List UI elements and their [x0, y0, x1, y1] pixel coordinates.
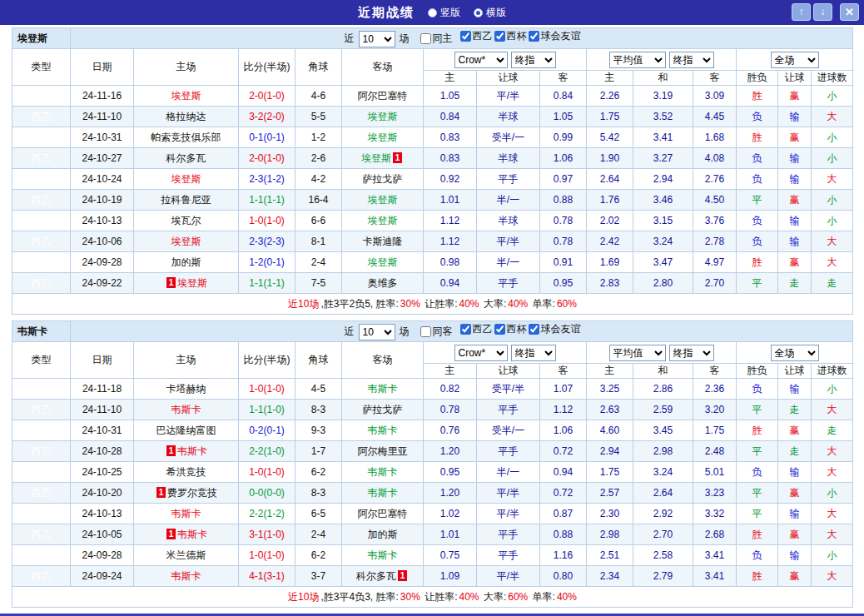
- team-link[interactable]: 韦斯卡: [171, 404, 201, 415]
- league-filter[interactable]: 球会友谊: [529, 322, 581, 336]
- home-team-cell: 韦斯卡: [134, 504, 239, 524]
- team-link[interactable]: 埃登斯: [368, 256, 398, 268]
- team-link[interactable]: 萨拉戈萨: [363, 173, 403, 185]
- col-header-score: 比分(半场): [239, 49, 295, 86]
- matches-label: 场: [400, 32, 410, 44]
- league-filter[interactable]: 西乙: [460, 29, 493, 43]
- team-link[interactable]: 韦斯卡: [368, 425, 398, 436]
- team-link[interactable]: 埃登斯: [171, 173, 201, 185]
- euro-average-select[interactable]: 平均值: [609, 345, 666, 361]
- team-link[interactable]: 韦斯卡: [171, 508, 201, 519]
- league-checkbox[interactable]: [529, 324, 539, 335]
- team-link[interactable]: 埃登斯: [368, 194, 398, 206]
- layout-option-vertical[interactable]: 竖版: [428, 6, 460, 20]
- league-filter[interactable]: 西杯: [494, 29, 527, 43]
- team-link[interactable]: 埃登斯: [171, 90, 201, 102]
- match-date: 24-10-28: [71, 441, 134, 462]
- league-checkbox[interactable]: [460, 31, 471, 42]
- asian-odds-stage-select[interactable]: 终指: [511, 52, 556, 68]
- recent-count-select[interactable]: 10: [359, 31, 395, 47]
- euro-average-select[interactable]: 平均值: [609, 52, 666, 68]
- layout-option-horizontal[interactable]: 横版: [474, 6, 506, 20]
- result-handicap: 赢: [778, 483, 812, 504]
- close-button[interactable]: ✕: [840, 3, 859, 21]
- team-link[interactable]: 卡斯迪隆: [363, 236, 403, 247]
- team-link[interactable]: 加的斯: [368, 529, 398, 540]
- team-link[interactable]: 加的斯: [171, 256, 201, 268]
- team-link[interactable]: 埃瓦尔: [171, 215, 201, 226]
- euro-odds-stage-select[interactable]: 终指: [669, 52, 714, 68]
- col-eu-draw: 和: [633, 364, 693, 379]
- team-link[interactable]: 埃登斯: [177, 277, 207, 289]
- team-link[interactable]: 韦斯卡: [368, 383, 398, 395]
- same-venue-checkbox[interactable]: [420, 326, 431, 337]
- team-link[interactable]: 帕索竞技俱乐部: [151, 132, 221, 143]
- team-link[interactable]: 埃登斯: [368, 215, 398, 226]
- ah-handicap: 平/半: [477, 504, 540, 524]
- team-link[interactable]: 拉科鲁尼亚: [161, 194, 211, 206]
- bookmaker-select[interactable]: Crow*: [454, 345, 508, 361]
- result-win-draw-loss: 胜: [737, 252, 778, 273]
- team-link[interactable]: 埃登斯: [361, 152, 391, 164]
- team-link[interactable]: 埃登斯: [171, 236, 201, 247]
- league-checkbox[interactable]: [460, 324, 471, 335]
- result-scope-group: 全场: [737, 49, 853, 71]
- team-link[interactable]: 阿尔巴塞特: [358, 508, 408, 519]
- team-link[interactable]: 奥维多: [368, 277, 398, 289]
- vertical-radio[interactable]: [428, 8, 437, 17]
- team-link[interactable]: 埃登斯: [368, 132, 398, 143]
- recent-count-select[interactable]: 10: [359, 324, 395, 340]
- eu-away-odds: 2.36: [693, 379, 737, 400]
- result-goals: 大: [812, 441, 853, 462]
- move-down-button[interactable]: ↓: [813, 3, 832, 21]
- ah-home-odds: 1.12: [424, 231, 477, 252]
- team-link[interactable]: 阿尔梅里亚: [358, 445, 408, 457]
- league-filter[interactable]: 西杯: [494, 322, 527, 336]
- corner-score: 4-5: [295, 379, 342, 400]
- team-link[interactable]: 埃登斯: [368, 111, 398, 122]
- same-venue-checkbox[interactable]: [420, 33, 431, 44]
- team-link[interactable]: 韦斯卡: [171, 570, 201, 582]
- ah-handicap: 平手: [477, 400, 540, 420]
- team-link[interactable]: 米兰德斯: [166, 549, 206, 561]
- team-link[interactable]: 科尔多瓦: [356, 570, 396, 582]
- team-link[interactable]: 韦斯卡: [177, 445, 207, 457]
- bookmaker-select[interactable]: Crow*: [454, 52, 508, 68]
- ah-away-odds: 0.88: [540, 524, 587, 545]
- league-filter[interactable]: 球会友谊: [529, 29, 581, 43]
- eu-home-odds: 1.75: [587, 107, 633, 127]
- asian-odds-stage-select[interactable]: 终指: [511, 345, 556, 361]
- team-link[interactable]: 科尔多瓦: [166, 152, 206, 164]
- ah-handicap: 平手: [477, 273, 540, 294]
- match-score: 2-2(1-0): [239, 441, 295, 462]
- eu-draw-odds: 3.19: [633, 86, 693, 107]
- eu-draw-odds: 2.70: [633, 524, 693, 545]
- away-team-cell: 卡斯迪隆: [342, 231, 424, 252]
- team-link[interactable]: 费罗尔竞技: [167, 487, 217, 499]
- same-venue-filter[interactable]: 同主: [420, 32, 453, 46]
- euro-odds-group: 平均值终指: [587, 342, 737, 364]
- league-checkbox[interactable]: [494, 324, 505, 335]
- team-link[interactable]: 萨拉戈萨: [363, 404, 403, 415]
- eu-away-odds: 4.45: [693, 107, 737, 127]
- league-filter[interactable]: 西乙: [460, 322, 493, 336]
- league-checkbox[interactable]: [494, 31, 505, 42]
- team-link[interactable]: 韦斯卡: [368, 487, 398, 499]
- move-up-button[interactable]: ↑: [792, 3, 811, 21]
- team-link[interactable]: 格拉纳达: [166, 111, 206, 122]
- team-link[interactable]: 阿尔巴塞特: [358, 90, 408, 102]
- league-checkbox[interactable]: [529, 31, 539, 42]
- ah-away-odds: 1.07: [540, 379, 587, 400]
- team-link[interactable]: 卡塔赫纳: [166, 383, 206, 395]
- team-link[interactable]: 巴达隆纳富图: [156, 425, 216, 436]
- result-scope-select[interactable]: 全场: [771, 52, 819, 68]
- result-scope-select[interactable]: 全场: [771, 345, 819, 361]
- team-link[interactable]: 希洪竞技: [166, 466, 206, 478]
- team-link[interactable]: 韦斯卡: [177, 529, 207, 540]
- euro-odds-stage-select[interactable]: 终指: [669, 345, 714, 361]
- col-eu-draw: 和: [633, 71, 693, 86]
- same-venue-filter[interactable]: 同客: [420, 325, 453, 339]
- team-link[interactable]: 韦斯卡: [368, 466, 398, 478]
- horizontal-radio[interactable]: [474, 8, 483, 17]
- team-link[interactable]: 韦斯卡: [368, 549, 398, 561]
